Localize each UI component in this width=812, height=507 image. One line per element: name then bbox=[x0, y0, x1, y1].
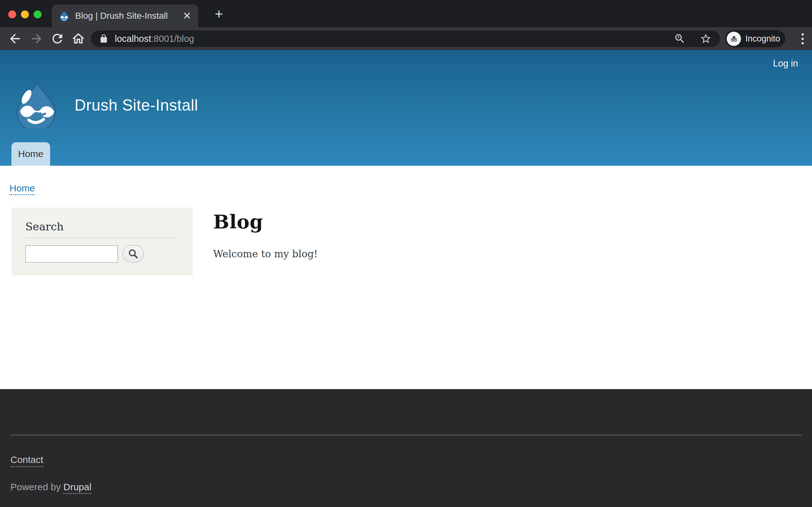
search-button[interactable] bbox=[122, 245, 144, 263]
search-block: Search bbox=[11, 208, 193, 275]
forward-icon[interactable] bbox=[29, 32, 44, 46]
tab-title: Blog | Drush Site-Install bbox=[75, 11, 179, 21]
powered-by-text: Powered by bbox=[10, 482, 63, 492]
lock-icon[interactable] bbox=[99, 34, 108, 43]
home-icon[interactable] bbox=[71, 32, 86, 46]
window-zoom-button[interactable] bbox=[34, 10, 42, 18]
drupal-link[interactable]: Drupal bbox=[63, 482, 91, 494]
page-title: Blog bbox=[213, 211, 318, 233]
window-minimize-button[interactable] bbox=[21, 10, 29, 18]
new-tab-button[interactable]: + bbox=[210, 5, 228, 23]
site-name[interactable]: Drush Site-Install bbox=[74, 96, 198, 114]
search-block-title: Search bbox=[26, 220, 177, 233]
window-close-button[interactable] bbox=[8, 10, 16, 18]
back-icon[interactable] bbox=[8, 32, 22, 46]
content-area: Search Blog Welcome to my blog! bbox=[0, 208, 812, 275]
browser-tab[interactable]: Blog | Drush Site-Install ✕ bbox=[52, 4, 198, 27]
login-link[interactable]: Log in bbox=[773, 58, 798, 69]
breadcrumb: Home bbox=[0, 166, 812, 193]
address-bar[interactable]: localhost:8001/blog bbox=[91, 31, 720, 47]
browser-tabstrip: Blog | Drush Site-Install ✕ + bbox=[0, 0, 812, 27]
footer-divider bbox=[10, 435, 802, 435]
search-block-divider bbox=[26, 237, 177, 238]
footer-menu: Contact bbox=[10, 454, 812, 465]
incognito-label: Incognito bbox=[745, 34, 780, 44]
incognito-badge: Incognito bbox=[725, 30, 785, 47]
zoom-icon[interactable] bbox=[674, 33, 686, 45]
drupal-logo bbox=[12, 82, 60, 128]
breadcrumb-home-link[interactable]: Home bbox=[9, 183, 35, 195]
main-content: Blog Welcome to my blog! bbox=[213, 208, 318, 260]
incognito-icon bbox=[727, 32, 741, 46]
browser-window: Blog | Drush Site-Install ✕ + localhost:… bbox=[0, 0, 812, 507]
window-controls bbox=[8, 10, 42, 18]
page-viewport: Log in Drush Site-Install Home Home Sear… bbox=[0, 50, 812, 507]
drupal-favicon-icon bbox=[59, 10, 69, 22]
site-footer: Contact Powered by Drupal bbox=[0, 389, 812, 507]
url-path: :8001/blog bbox=[151, 34, 194, 44]
main-menu-home-tab[interactable]: Home bbox=[11, 142, 50, 166]
tab-close-icon[interactable]: ✕ bbox=[183, 11, 191, 21]
search-input[interactable] bbox=[26, 245, 118, 263]
site-header: Log in Drush Site-Install Home bbox=[0, 50, 812, 166]
reload-icon[interactable] bbox=[50, 32, 65, 46]
url-text: localhost:8001/blog bbox=[115, 34, 194, 44]
site-branding[interactable]: Drush Site-Install bbox=[12, 82, 198, 128]
bookmark-star-icon[interactable] bbox=[700, 33, 712, 45]
page-body-text: Welcome to my blog! bbox=[213, 248, 318, 260]
url-host: localhost bbox=[115, 34, 151, 44]
powered-by: Powered by Drupal bbox=[10, 482, 812, 493]
browser-toolbar: localhost:8001/blog Incognito bbox=[0, 27, 812, 50]
magnifier-icon bbox=[128, 248, 139, 260]
browser-menu-icon[interactable] bbox=[796, 32, 809, 46]
footer-contact-link[interactable]: Contact bbox=[10, 454, 43, 467]
